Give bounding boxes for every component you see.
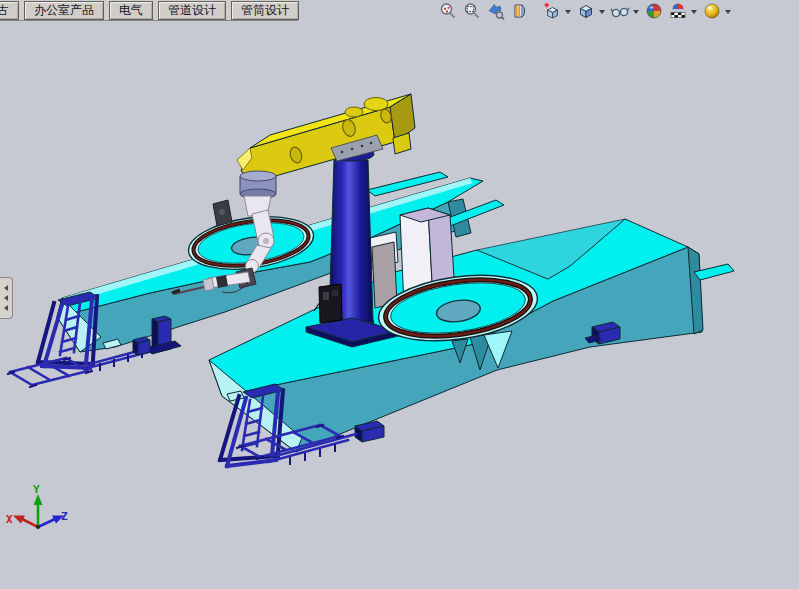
section-view-icon xyxy=(511,2,529,20)
zoom-to-area-icon xyxy=(463,2,481,20)
section-view-button[interactable] xyxy=(509,0,531,22)
view-orientation-button[interactable] xyxy=(541,0,563,22)
hide-show-items-button[interactable] xyxy=(609,0,631,22)
command-tab-strip: 古 办公室产品 电气 管道设计 管筒设计 xyxy=(0,0,298,21)
tab-tubing-design[interactable]: 管筒设计 xyxy=(231,1,299,20)
triad-y-label: Y xyxy=(33,483,40,496)
feature-panel-toggle[interactable] xyxy=(0,277,13,319)
apply-scene-dropdown[interactable] xyxy=(691,10,697,17)
edit-appearance-button[interactable] xyxy=(643,0,665,22)
display-style-button[interactable] xyxy=(575,0,597,22)
view-orientation-icon xyxy=(543,2,561,20)
hide-show-items-icon xyxy=(610,2,630,20)
zoom-to-fit-icon xyxy=(439,2,457,20)
tab-partial[interactable]: 古 xyxy=(0,1,19,20)
apply-scene-icon xyxy=(669,2,687,20)
previous-view-icon xyxy=(487,2,505,20)
view-orientation-dropdown[interactable] xyxy=(565,10,571,17)
tab-office-products[interactable]: 办公室产品 xyxy=(24,1,104,20)
reference-triad: Y X Z xyxy=(6,483,68,529)
tab-piping-design[interactable]: 管道设计 xyxy=(158,1,226,20)
view-settings-dropdown[interactable] xyxy=(725,10,731,17)
previous-view-button[interactable] xyxy=(485,0,507,22)
hide-show-items-dropdown[interactable] xyxy=(633,10,639,17)
zoom-to-fit-button[interactable] xyxy=(437,0,459,22)
chevron-left-icon xyxy=(1,285,8,291)
beam-bracket-left-2[interactable] xyxy=(133,337,150,355)
display-style-icon xyxy=(577,2,595,20)
triad-z-label: Z xyxy=(61,510,68,523)
view-toolbar xyxy=(437,0,733,21)
triad-x-label: X xyxy=(6,513,13,526)
solidworks-window: { "palette": { "bg": "#c6c9d1", "toolbar… xyxy=(0,0,799,589)
chevron-left-icon xyxy=(1,295,8,301)
view-settings-icon xyxy=(703,2,721,20)
tab-electrical[interactable]: 电气 xyxy=(109,1,153,20)
graphics-viewport[interactable]: Y X Z xyxy=(0,21,799,589)
robot-boom[interactable] xyxy=(237,94,415,182)
edit-appearance-icon xyxy=(645,2,663,20)
chevron-left-icon xyxy=(1,305,8,311)
apply-scene-button[interactable] xyxy=(667,0,689,22)
display-style-dropdown[interactable] xyxy=(599,10,605,17)
zoom-to-area-button[interactable] xyxy=(461,0,483,22)
view-settings-button[interactable] xyxy=(701,0,723,22)
